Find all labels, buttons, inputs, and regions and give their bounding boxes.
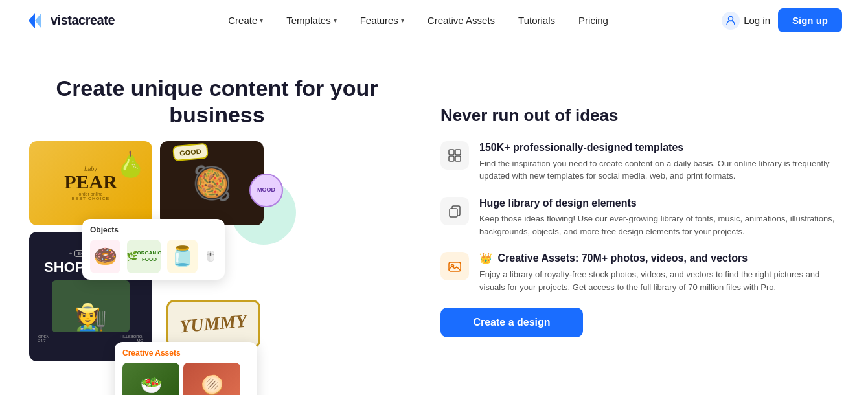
pear-emoji: 🍐	[115, 150, 146, 179]
nav-templates[interactable]: Templates ▾	[286, 15, 336, 26]
yummy-card: YUMMY	[166, 300, 260, 348]
features-list: 150K+ professionally-designed templates …	[440, 141, 836, 293]
svg-rect-8	[449, 262, 461, 271]
illustration-cards: baby PEAR order online BEST CHOICE 🍐 + B…	[29, 141, 405, 361]
features-title: Never run out of ideas	[440, 106, 836, 126]
copy-icon	[440, 197, 469, 225]
jar-item: 🫙	[167, 240, 198, 273]
soup-emoji: 🥘	[192, 164, 232, 202]
svg-marker-1	[35, 13, 41, 28]
navbar: vistacreate Create ▾ Templates ▾ Feature…	[0, 0, 868, 41]
shop-image: 🧑‍🌾	[52, 280, 130, 332]
svg-rect-6	[455, 156, 461, 161]
objects-popup-title: Objects	[90, 225, 217, 234]
feature-templates-content: 150K+ professionally-designed templates …	[479, 141, 836, 183]
feature-templates-desc: Find the inspiration you need to create …	[479, 157, 836, 183]
nav-actions: Log in Sign up	[722, 8, 842, 32]
logo[interactable]: vistacreate	[26, 10, 115, 31]
pear-sub1: order online	[79, 192, 103, 196]
chevron-down-icon: ▾	[260, 17, 263, 24]
feature-assets-content: 👑 Creative Assets: 70M+ photos, videos, …	[479, 252, 836, 293]
food-photo-1: 🥗	[122, 363, 179, 395]
main-content: Create unique content for your business …	[0, 41, 868, 395]
crown-icon: 👑	[479, 253, 492, 264]
nav-create[interactable]: Create ▾	[228, 15, 263, 26]
nav-links: Create ▾ Templates ▾ Features ▾ Creative…	[228, 15, 608, 26]
feature-templates: 150K+ professionally-designed templates …	[440, 141, 836, 183]
feature-assets: 👑 Creative Assets: 70M+ photos, videos, …	[440, 252, 836, 293]
features-area: Never run out of ideas 150K+ professiona…	[421, 41, 868, 395]
feature-templates-title: 150K+ professionally-designed templates	[479, 141, 836, 155]
create-design-button[interactable]: Create a design	[440, 308, 583, 337]
hero-title: Create unique content for your business	[32, 75, 402, 128]
assets-icon	[440, 252, 469, 280]
chevron-down-icon: ▾	[401, 17, 404, 24]
sticker-mood: MOOD	[249, 174, 283, 207]
pear-card: baby PEAR order online BEST CHOICE 🍐	[29, 141, 152, 225]
feature-elements-title: Huge library of design elements	[479, 197, 836, 210]
soup-area: 🥘 GOOD MOOD Objects 🍩 🌿 ORGANICFOOD	[160, 141, 283, 297]
grid-icon	[440, 141, 469, 170]
donut-item: 🍩	[90, 240, 120, 273]
feature-assets-desc: Enjoy a library of royalty-free stock ph…	[479, 268, 836, 293]
nav-tutorials[interactable]: Tutorials	[518, 15, 555, 26]
nav-creative-assets[interactable]: Creative Assets	[428, 15, 495, 26]
food-photo-2: 🫓	[183, 363, 240, 395]
chevron-down-icon: ▾	[334, 17, 337, 24]
logo-icon	[26, 10, 47, 31]
nav-pricing[interactable]: Pricing	[578, 15, 608, 26]
features-wrapper: 150K+ professionally-designed templates …	[440, 141, 836, 337]
feature-elements-desc: Keep those ideas flowing! Use our ever-g…	[479, 212, 836, 238]
nav-features[interactable]: Features ▾	[360, 15, 404, 26]
logo-text: vistacreate	[51, 13, 115, 28]
creative-assets-title: Creative Assets	[122, 348, 249, 357]
sticker-good: GOOD	[172, 143, 209, 162]
creative-images: 🥗 🫓	[122, 363, 249, 395]
feature-assets-title: 👑 Creative Assets: 70M+ photos, videos, …	[479, 252, 836, 265]
signup-button[interactable]: Sign up	[778, 8, 842, 32]
feature-elements: Huge library of design elements Keep tho…	[440, 197, 836, 238]
illustration-area: Create unique content for your business …	[0, 41, 421, 395]
organic-item: 🌿 ORGANICFOOD	[127, 240, 161, 273]
objects-popup: Objects 🍩 🌿 ORGANICFOOD 🫙 🖱️	[82, 219, 225, 280]
svg-rect-3	[449, 150, 454, 155]
objects-items: 🍩 🌿 ORGANICFOOD 🫙 🖱️	[90, 240, 217, 273]
svg-marker-0	[29, 13, 35, 28]
right-column: 🥘 GOOD MOOD Objects 🍩 🌿 ORGANICFOOD	[160, 141, 367, 361]
svg-rect-4	[455, 150, 461, 155]
yummy-text: YUMMY	[179, 311, 248, 337]
svg-rect-7	[450, 209, 457, 217]
cursor-icon: 🖱️	[204, 250, 217, 262]
login-button[interactable]: Log in	[722, 12, 770, 30]
pear-sub2: BEST CHOICE	[72, 196, 109, 201]
feature-elements-content: Huge library of design elements Keep tho…	[479, 197, 836, 238]
creative-assets-popup: Creative Assets 🥗 🫓	[115, 342, 257, 395]
svg-rect-5	[449, 156, 454, 161]
pear-name: PEAR	[64, 172, 117, 192]
user-icon	[722, 12, 740, 30]
